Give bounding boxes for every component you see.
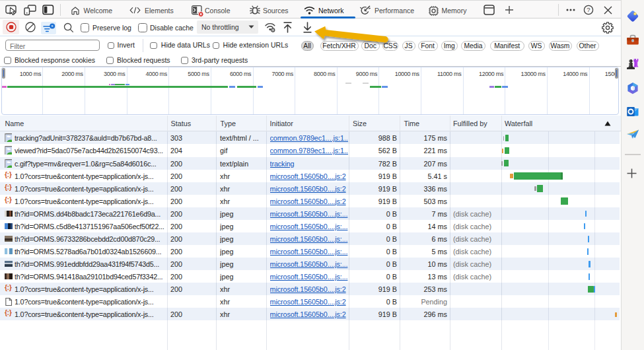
svg-text:?: ? [587, 6, 590, 13]
